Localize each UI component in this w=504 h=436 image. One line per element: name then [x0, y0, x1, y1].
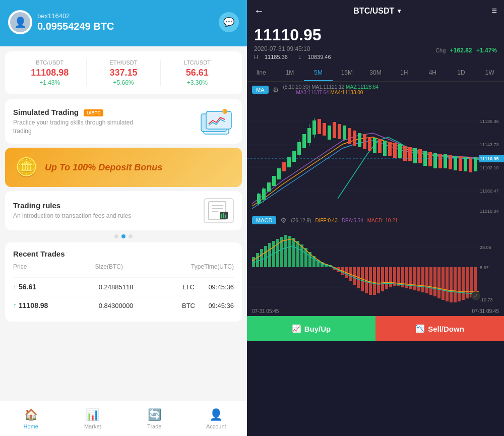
- svg-rect-61: [428, 152, 432, 166]
- tf-1m[interactable]: 1M: [276, 65, 304, 81]
- svg-rect-123: [417, 267, 420, 291]
- ma-gear-icon[interactable]: ⚙: [273, 86, 279, 94]
- carousel-dots: [0, 234, 247, 238]
- main-chart: 11185.36 11143.73 11102.10 11060.47 1101…: [247, 98, 504, 214]
- simulated-trading-card[interactable]: Simulated Trading 10BTC Practice your tr…: [5, 99, 242, 144]
- ma-params: (5,10,20,30): [283, 84, 310, 90]
- svg-rect-46: [353, 131, 356, 146]
- price-datetime: 2020-07-31 09:45:10 H 11185.36 L 10839.4…: [254, 45, 336, 60]
- home-icon: 🏠: [24, 408, 38, 421]
- dot-3[interactable]: [129, 234, 133, 238]
- svg-rect-27: [287, 157, 291, 167]
- svg-rect-133: [458, 267, 461, 301]
- price-date: 2020-07-31 09:45:10: [254, 45, 336, 52]
- macd-chart: 28.06 8.67 -10.73 ⤢: [247, 227, 504, 307]
- tf-1w[interactable]: 1W: [475, 65, 504, 81]
- svg-text:⤢: ⤢: [474, 293, 478, 298]
- chat-icon: 💬: [223, 17, 234, 28]
- avatar: 👤: [8, 10, 32, 34]
- svg-text:11018.84: 11018.84: [480, 209, 499, 214]
- ticker-btc[interactable]: BTC/USDT 11108.98 +1.43%: [13, 59, 86, 86]
- svg-text:!: !: [223, 110, 224, 113]
- chg-label: Chg: [435, 47, 446, 53]
- col-size: Size(BTC): [27, 263, 191, 270]
- back-button[interactable]: ←: [254, 5, 264, 17]
- trade-time-1: 09:45:36: [199, 283, 234, 291]
- svg-rect-93: [296, 241, 299, 267]
- svg-rect-40: [323, 123, 326, 136]
- macd-gear-icon[interactable]: ⚙: [280, 216, 287, 224]
- chat-button[interactable]: 💬: [219, 12, 239, 32]
- tf-1h[interactable]: 1H: [390, 65, 418, 81]
- ticker-ltc[interactable]: LTC/USDT 56.61 +3.30%: [160, 59, 234, 86]
- ma3-value: MA3:11137.64: [296, 90, 329, 95]
- simulated-title: Simulated Trading 10BTC: [13, 108, 144, 116]
- macd-params: (26,12,9): [291, 218, 311, 223]
- svg-rect-64: [444, 154, 447, 168]
- ticker-ltc-label: LTC/USDT: [161, 59, 234, 66]
- svg-rect-115: [385, 267, 388, 289]
- dot-2[interactable]: [121, 234, 125, 238]
- svg-rect-52: [383, 141, 387, 156]
- svg-rect-12: [225, 215, 226, 218]
- macd-diff: DIFF:0.43: [315, 218, 337, 223]
- dot-1[interactable]: [114, 234, 118, 238]
- ticker-btc-change: +1.43%: [13, 79, 86, 86]
- ma4-value: MA4:11133.00: [330, 90, 363, 95]
- svg-rect-59: [418, 149, 422, 163]
- trade-size-2: 0.84300000: [53, 302, 178, 309]
- svg-rect-134: [462, 267, 465, 300]
- svg-rect-69: [469, 158, 472, 172]
- ma1-value: MA1:11121.12: [311, 84, 344, 90]
- nav-trade[interactable]: 🔄 Trade: [123, 401, 185, 436]
- ticker-eth-price: 337.15: [87, 68, 160, 78]
- svg-text:11110.95: 11110.95: [480, 156, 499, 161]
- nav-account[interactable]: 👤 Account: [185, 401, 247, 436]
- ma2-value: MA2:11128.64: [346, 84, 379, 90]
- svg-rect-23: [267, 182, 271, 192]
- rules-title: Trading rules: [13, 201, 131, 210]
- svg-rect-126: [429, 267, 432, 295]
- macd-badge[interactable]: MACD: [252, 216, 276, 224]
- tf-15m[interactable]: 15M: [333, 65, 361, 81]
- tf-30m[interactable]: 30M: [361, 65, 390, 81]
- trade-price-2: ↑ 11108.98: [13, 301, 53, 309]
- ticker-btc-label: BTC/USDT: [13, 59, 86, 66]
- nav-market[interactable]: 📊 Market: [62, 401, 124, 436]
- menu-icon[interactable]: ≡: [491, 6, 497, 16]
- svg-rect-26: [282, 162, 286, 171]
- tf-1d[interactable]: 1D: [447, 65, 476, 81]
- trade-size-1: 0.24885118: [53, 283, 178, 291]
- svg-rect-54: [393, 143, 397, 158]
- svg-rect-65: [449, 155, 452, 169]
- sell-button[interactable]: 📉 Sell/Down: [375, 316, 504, 341]
- nav-market-label: Market: [84, 423, 101, 429]
- table-row: ↑ 11108.98 0.84300000 BTC 09:45:36: [13, 296, 234, 315]
- svg-rect-113: [377, 267, 380, 293]
- bonus-banner[interactable]: 🪙 Up To 100% Deposit Bonus: [5, 148, 242, 187]
- simulated-icon: !: [199, 106, 234, 137]
- svg-rect-17: [257, 194, 261, 204]
- svg-rect-124: [421, 267, 424, 292]
- svg-rect-127: [433, 267, 436, 296]
- nav-home[interactable]: 🏠 Home: [0, 401, 62, 436]
- svg-rect-135: [466, 267, 469, 298]
- content-area: BTC/USDT 11108.98 +1.43% ETH/USDT 337.15…: [0, 46, 247, 401]
- svg-rect-44: [343, 126, 346, 140]
- svg-rect-117: [393, 267, 396, 286]
- tf-5m[interactable]: 5M: [304, 65, 333, 81]
- tf-line[interactable]: line: [247, 65, 276, 81]
- ticker-eth-change: +5.66%: [87, 79, 160, 86]
- trading-rules-card[interactable]: Trading rules An introduction to transac…: [5, 191, 242, 230]
- ticker-eth[interactable]: ETH/USDT 337.15 +5.66%: [86, 59, 160, 86]
- ma-badge[interactable]: MA: [252, 86, 269, 94]
- ticker-btc-price: 11108.98: [13, 68, 86, 78]
- svg-rect-55: [398, 144, 402, 158]
- avatar-image: 👤: [10, 12, 30, 32]
- tf-4h[interactable]: 4H: [418, 65, 447, 81]
- ticker-ltc-price: 56.61: [161, 68, 234, 78]
- buy-button[interactable]: 📈 Buy/Up: [247, 316, 375, 341]
- svg-rect-68: [464, 157, 467, 171]
- svg-rect-20: [262, 189, 266, 200]
- dropdown-arrow-icon[interactable]: ▼: [396, 8, 402, 15]
